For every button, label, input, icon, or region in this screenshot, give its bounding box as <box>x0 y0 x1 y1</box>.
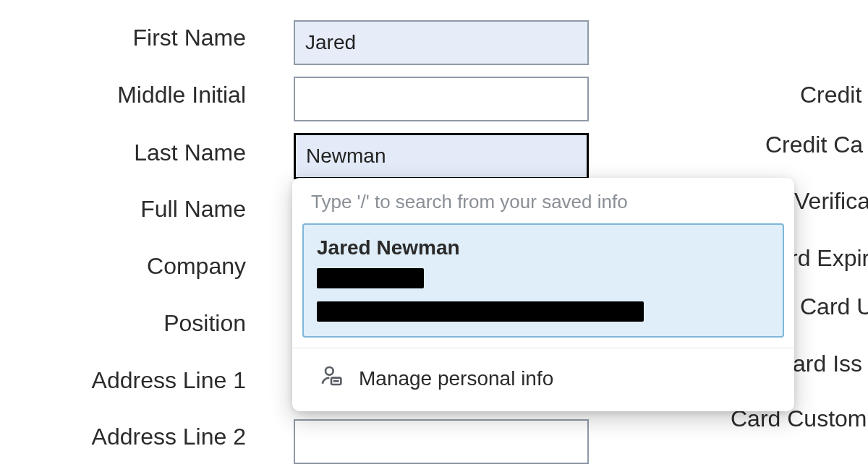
label-last-name: Last Name <box>0 140 246 166</box>
label-first-name: First Name <box>0 25 246 51</box>
manage-personal-info-label: Manage personal info <box>359 367 553 390</box>
right-label-card-u: Card U <box>800 293 868 320</box>
right-label-credit: Credit <box>800 82 861 108</box>
label-full-name: Full Name <box>0 196 246 223</box>
right-label-credit-card: Credit Ca <box>765 132 863 158</box>
manage-personal-info-button[interactable]: Manage personal info <box>292 348 794 411</box>
last-name-input[interactable] <box>294 133 589 179</box>
label-position: Position <box>0 310 246 337</box>
right-label-card-iss: ard Iss <box>793 351 862 377</box>
label-address1: Address Line 1 <box>0 367 246 394</box>
autofill-redacted-line-2 <box>317 301 644 322</box>
right-label-verification: Verifica <box>794 188 868 215</box>
autofill-hint: Type '/' to search from your saved info <box>292 178 794 223</box>
label-company: Company <box>0 253 246 280</box>
svg-point-0 <box>326 367 333 375</box>
viewport: First Name Middle Initial Last Name Full… <box>0 0 868 472</box>
autofill-dropdown: Type '/' to search from your saved info … <box>292 178 794 411</box>
label-address2: Address Line 2 <box>0 424 246 450</box>
first-name-input[interactable] <box>294 20 589 65</box>
middle-initial-input[interactable] <box>294 77 589 121</box>
address2-input[interactable] <box>294 419 589 464</box>
label-middle-initial: Middle Initial <box>0 82 246 108</box>
autofill-suggestion-name: Jared Newman <box>317 236 770 259</box>
right-label-card-expiry: rd Expir <box>790 245 868 272</box>
person-card-icon <box>320 364 343 392</box>
autofill-redacted-line-1 <box>317 268 424 288</box>
autofill-suggestion[interactable]: Jared Newman <box>302 223 784 338</box>
